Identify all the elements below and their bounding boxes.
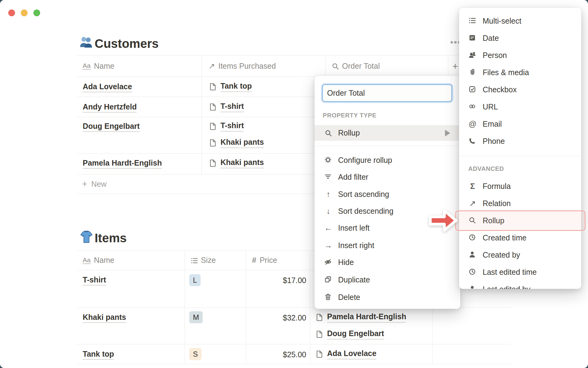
column-header-name[interactable]: Aa Name bbox=[83, 55, 114, 77]
table-cell-name[interactable]: T-shirt bbox=[83, 275, 106, 284]
column-header-items-purchased[interactable]: ↗ Items Purchased bbox=[209, 55, 276, 77]
table-cell-items[interactable]: T-shirt bbox=[209, 121, 244, 132]
size-tag[interactable]: L bbox=[189, 274, 201, 286]
arrow-down-icon: ↓ bbox=[323, 207, 334, 215]
menu-item-created-by[interactable]: Created by bbox=[459, 247, 581, 263]
table-cell-name[interactable]: Andy Hertzfeld bbox=[83, 102, 137, 111]
table-cell-purchased-by[interactable]: Doug Engelbart bbox=[315, 329, 384, 339]
menu-item-created-time[interactable]: Created time bbox=[459, 229, 581, 246]
page-link[interactable]: Tank top bbox=[83, 350, 114, 360]
notion-window: Customers + Aa Name ↗ Items Purchased bbox=[0, 0, 588, 368]
table-cell-items[interactable]: Khaki pants bbox=[209, 158, 264, 168]
table-cell-name[interactable]: Pamela Hardt-English bbox=[83, 159, 162, 167]
table-cell-purchased-by[interactable]: Pamela Hardt-English bbox=[315, 312, 406, 323]
page-link[interactable]: Pamela Hardt-English bbox=[327, 312, 406, 323]
page-icon bbox=[209, 122, 217, 131]
page-link[interactable]: Ada Lovelace bbox=[327, 349, 376, 359]
menu-item-sort-ascending[interactable]: ↑ Sort ascending bbox=[315, 186, 460, 202]
page-icon bbox=[315, 330, 323, 339]
url-icon bbox=[469, 103, 477, 111]
property-name-input[interactable] bbox=[322, 84, 452, 102]
plus-icon: + bbox=[82, 180, 87, 189]
person-icon bbox=[469, 51, 477, 59]
menu-item-files-media[interactable]: Files & media bbox=[459, 64, 581, 81]
column-header-size[interactable]: Size bbox=[191, 251, 216, 270]
menu-item-email[interactable]: @ Email bbox=[459, 116, 581, 132]
menu-item-last-edited-by[interactable]: Last edited by bbox=[459, 281, 581, 289]
person-filled-icon bbox=[469, 251, 477, 259]
menu-item-add-filter[interactable]: Add filter bbox=[315, 169, 460, 185]
menu-item-multi-select[interactable]: Multi-select bbox=[459, 13, 581, 29]
grid-line bbox=[310, 251, 310, 364]
people-emoji-icon bbox=[79, 36, 93, 50]
page-link[interactable]: Doug Engelbart bbox=[83, 122, 140, 132]
multi-select-icon bbox=[191, 257, 198, 264]
menu-item-person[interactable]: Person bbox=[459, 47, 581, 63]
arrow-up-icon: ↑ bbox=[323, 190, 334, 198]
page-link[interactable]: Khaki pants bbox=[221, 158, 264, 168]
page-icon bbox=[209, 82, 217, 91]
page-link[interactable]: Khaki pants bbox=[83, 313, 126, 323]
menu-item-delete[interactable]: Delete bbox=[315, 289, 460, 305]
column-header-price[interactable]: # Price bbox=[252, 251, 277, 270]
page-title: Customers bbox=[95, 37, 159, 50]
table-cell-name[interactable]: Khaki pants bbox=[83, 313, 126, 322]
table-cell-items[interactable]: T-shirt bbox=[209, 102, 244, 112]
duplicate-icon bbox=[324, 276, 332, 284]
phone-icon bbox=[469, 137, 477, 145]
size-tag[interactable]: S bbox=[189, 348, 202, 360]
menu-item-property-type-rollup[interactable]: Rollup bbox=[315, 125, 460, 141]
size-tag[interactable]: M bbox=[189, 311, 203, 323]
number-icon: # bbox=[252, 256, 256, 264]
menu-item-hide[interactable]: Hide bbox=[315, 254, 460, 270]
gear-icon bbox=[324, 156, 332, 164]
table-cell-items[interactable]: Khaki pants bbox=[209, 138, 264, 148]
page-link[interactable]: Pamela Hardt-English bbox=[83, 159, 162, 169]
section-label: ADVANCED bbox=[468, 165, 504, 172]
page-link[interactable]: Khaki pants bbox=[221, 138, 264, 148]
price-value[interactable]: $25.00 bbox=[246, 350, 306, 359]
page-link[interactable]: Tank top bbox=[221, 82, 252, 92]
column-header-order-total[interactable]: Order Total bbox=[332, 55, 380, 77]
table-cell-items[interactable]: Tank top bbox=[209, 82, 252, 92]
zoom-button[interactable] bbox=[33, 10, 40, 16]
table-cell-name[interactable]: Tank top bbox=[83, 350, 114, 358]
clock-icon bbox=[469, 234, 477, 242]
menu-item-insert-right[interactable]: → Insert right bbox=[315, 237, 460, 254]
menu-item-last-edited-time[interactable]: Last edited time bbox=[459, 264, 581, 280]
page-link[interactable]: T-shirt bbox=[83, 275, 106, 286]
minimize-button[interactable] bbox=[21, 10, 28, 16]
close-button[interactable] bbox=[8, 10, 15, 16]
clock-icon bbox=[469, 268, 477, 276]
person-filled-icon bbox=[469, 285, 477, 289]
page-link[interactable]: Andy Hertzfeld bbox=[83, 102, 137, 113]
grid-line bbox=[202, 55, 202, 174]
page-link[interactable]: T-shirt bbox=[221, 102, 244, 112]
rollup-icon bbox=[325, 129, 332, 137]
menu-item-relation[interactable]: ↗ Relation bbox=[459, 195, 581, 212]
page-icon bbox=[315, 313, 323, 322]
new-row-button[interactable]: + New bbox=[82, 174, 107, 194]
menu-item-phone[interactable]: Phone bbox=[459, 133, 581, 149]
menu-item-date[interactable]: Date bbox=[459, 30, 581, 46]
page-link[interactable]: Ada Lovelace bbox=[83, 82, 132, 92]
grid-line bbox=[77, 364, 511, 364]
menu-item-configure-rollup[interactable]: Configure rollup bbox=[315, 152, 460, 168]
menu-item-duplicate[interactable]: Duplicate bbox=[315, 271, 460, 288]
price-value[interactable]: $32.00 bbox=[246, 313, 306, 322]
multi-select-icon bbox=[469, 17, 477, 25]
annotation-arrow-icon bbox=[427, 209, 459, 233]
page-link[interactable]: Doug Engelbart bbox=[327, 329, 384, 339]
price-value[interactable]: $17.00 bbox=[246, 276, 306, 285]
menu-item-formula[interactable]: Σ Formula bbox=[459, 178, 581, 194]
table-cell-name[interactable]: Doug Engelbart bbox=[83, 122, 140, 131]
table-cell-name[interactable]: Ada Lovelace bbox=[83, 82, 132, 91]
table-cell-purchased-by[interactable]: Ada Lovelace bbox=[315, 349, 376, 359]
menu-item-checkbox[interactable]: Checkbox bbox=[459, 81, 581, 98]
rollup-highlight-box bbox=[455, 210, 586, 231]
menu-item-url[interactable]: URL bbox=[459, 98, 581, 115]
column-header-name[interactable]: Aa Name bbox=[83, 251, 114, 270]
page-icon bbox=[209, 159, 217, 167]
page-link[interactable]: T-shirt bbox=[221, 121, 244, 132]
filter-icon bbox=[324, 173, 332, 181]
